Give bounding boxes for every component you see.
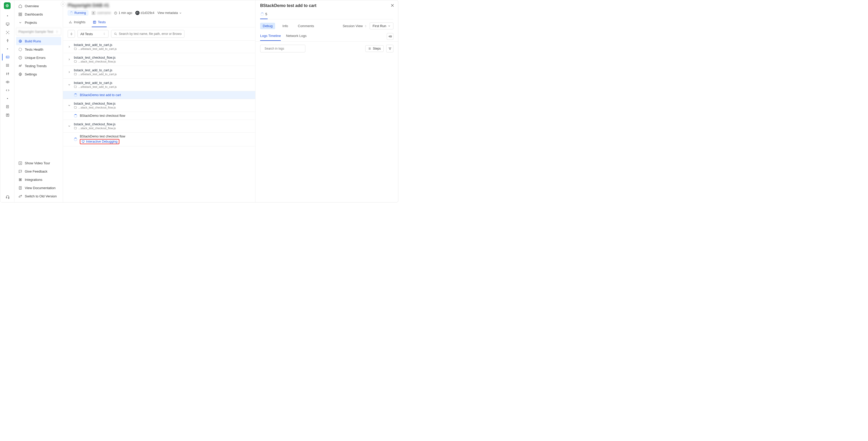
steps-button[interactable]: Steps [365, 45, 383, 52]
sidebar-feedback[interactable]: Give Feedback [16, 167, 61, 176]
chevron-icon [68, 104, 71, 107]
test-row[interactable]: BStackDemo test checkout flow Interactiv… [63, 132, 255, 147]
tests-filter-dropdown[interactable]: All Tests [78, 30, 108, 38]
chevron-icon [68, 70, 71, 74]
list-icon [368, 47, 371, 50]
time-ago-text: 1 min ago [119, 11, 132, 15]
svg-rect-37 [82, 140, 85, 142]
tab-tests[interactable]: Tests [92, 18, 107, 27]
svg-rect-13 [7, 66, 8, 67]
run-count-tab[interactable]: 5 [260, 11, 268, 19]
rail-export-icon[interactable] [2, 112, 12, 118]
rail-dot-1[interactable]: • [2, 12, 12, 19]
tests-filter-value: All Tests [80, 32, 93, 36]
rail-scan-icon[interactable] [2, 29, 12, 36]
sidebar-switch-old[interactable]: Switch to Old Version [16, 192, 61, 200]
logo-icon[interactable] [4, 2, 10, 9]
updown-icon [364, 24, 367, 28]
subtab-network-logs[interactable]: Network Logs [286, 34, 306, 41]
icon-rail: • • • [0, 0, 14, 202]
sidebar-video-tour-label: Show Video Tour [25, 161, 50, 165]
rail-code-icon[interactable] [2, 87, 12, 94]
updown-icon [103, 32, 106, 36]
test-group-row[interactable]: bstack_test_checkout_flow.js ...stack_te… [63, 53, 255, 66]
sidebar-docs[interactable]: View Documentation [16, 184, 61, 192]
sidebar-build-runs[interactable]: Build Runs [16, 37, 61, 45]
clock-icon [114, 11, 117, 15]
dashboard-icon [18, 12, 22, 16]
session-view-toggle[interactable]: Session View [343, 24, 367, 28]
svg-rect-6 [6, 64, 7, 65]
rail-sliders-icon[interactable] [2, 70, 12, 77]
sidebar-build-runs-label: Build Runs [25, 39, 41, 43]
spinner-icon [70, 12, 73, 14]
chevron-down-icon [388, 25, 391, 27]
puzzle-icon [18, 178, 22, 182]
sidebar-tests-health[interactable]: Tests Health [16, 45, 61, 54]
rail-monitor-icon[interactable] [2, 21, 12, 27]
sidebar-integrations-label: Integrations [25, 178, 42, 182]
rail-dot-3[interactable]: • [2, 95, 12, 102]
sidebar-dashboards[interactable]: Dashboards [16, 10, 61, 18]
spinner-icon [74, 138, 77, 141]
log-search[interactable] [260, 45, 305, 53]
tab-insights[interactable]: Insights [68, 18, 87, 27]
commit-ref[interactable]: d1d329c4 [135, 11, 154, 15]
doc-icon [18, 186, 22, 190]
svg-rect-8 [8, 64, 9, 65]
collapse-sidebar-button[interactable] [61, 2, 65, 6]
rail-eye-icon[interactable] [2, 78, 12, 85]
sidebar-testing-trends[interactable]: Testing Trends [16, 62, 61, 70]
rail-dot-2[interactable]: • [2, 45, 12, 52]
test-group-row[interactable]: bstack_test_add_to_cart.js ...s/bstack_t… [63, 78, 255, 91]
rail-accessibility-icon[interactable] [2, 37, 12, 44]
group-path: ...s/bstack_test_add_to_cart.js [74, 85, 117, 88]
test-group-row[interactable]: bstack_test_checkout_flow.js ...stack_te… [63, 99, 255, 112]
project-selector[interactable]: Playwright Sample Test [16, 28, 61, 35]
details-title: BStackDemo test add to cart [260, 3, 394, 8]
subtab-logs-timeline[interactable]: Logs Timeline [260, 34, 281, 41]
sidebar-unique-errors[interactable]: Unique Errors [16, 54, 61, 62]
commit-text: d1d329c4 [141, 11, 154, 15]
sidebar-integrations[interactable]: Integrations [16, 176, 61, 184]
group-path: ...stack_test_checkout_flow.js [74, 106, 116, 109]
tests-search[interactable] [111, 30, 184, 38]
sidebar: Overview Dashboards Projects Playwright … [14, 0, 63, 202]
subtab-comments[interactable]: Comments [295, 23, 317, 29]
sidebar-settings[interactable]: Settings [16, 70, 61, 78]
log-filter-button[interactable] [386, 45, 394, 53]
first-run-dropdown[interactable]: First Run [370, 23, 394, 29]
log-search-input[interactable] [265, 47, 303, 51]
interactive-debugging-link[interactable]: Interactive Debugging [80, 139, 119, 144]
subtab-info[interactable]: Info [280, 23, 291, 29]
details-panel: BStackDemo test add to cart 5 Debug Info… [255, 0, 398, 202]
tab-tests-label: Tests [98, 20, 106, 24]
health-icon [18, 47, 22, 52]
user-icon [91, 11, 96, 15]
rail-observability-icon[interactable] [2, 54, 12, 60]
tests-search-input[interactable] [119, 32, 182, 36]
rail-grid-icon[interactable] [2, 62, 12, 69]
main-panel: Playwright DAB #1 Running username 1 min… [63, 0, 255, 202]
test-group-row[interactable]: bstack_test_checkout_flow.js ...stack_te… [63, 120, 255, 132]
tests-icon [93, 21, 96, 24]
rail-headset-icon[interactable] [2, 193, 12, 200]
view-metadata-button[interactable]: View metadata [158, 11, 182, 15]
subtab-debug[interactable]: Debug [260, 23, 275, 29]
volume-button[interactable] [387, 33, 394, 40]
sidebar-overview[interactable]: Overview [16, 2, 61, 10]
close-button[interactable] [390, 3, 395, 7]
sidebar-video-tour[interactable]: Show Video Tour [16, 159, 61, 167]
test-row[interactable]: BStackDemo test add to cart [63, 91, 255, 99]
errors-icon [18, 56, 22, 60]
switch-icon [18, 194, 22, 198]
rail-doc-icon[interactable] [2, 103, 12, 110]
test-group-row[interactable]: bstack_test_add_to_cart.js ...s/bstack_t… [63, 40, 255, 53]
sidebar-projects[interactable]: Projects [16, 18, 61, 27]
test-row[interactable]: BStackDemo test checkout flow [63, 112, 255, 120]
steps-label: Steps [373, 47, 381, 51]
collapse-all-button[interactable] [68, 30, 75, 38]
view-metadata-text: View metadata [158, 11, 178, 15]
svg-point-30 [20, 74, 21, 75]
test-group-row[interactable]: bstack_test_add_to_cart.js ...s/bstack_t… [63, 66, 255, 78]
